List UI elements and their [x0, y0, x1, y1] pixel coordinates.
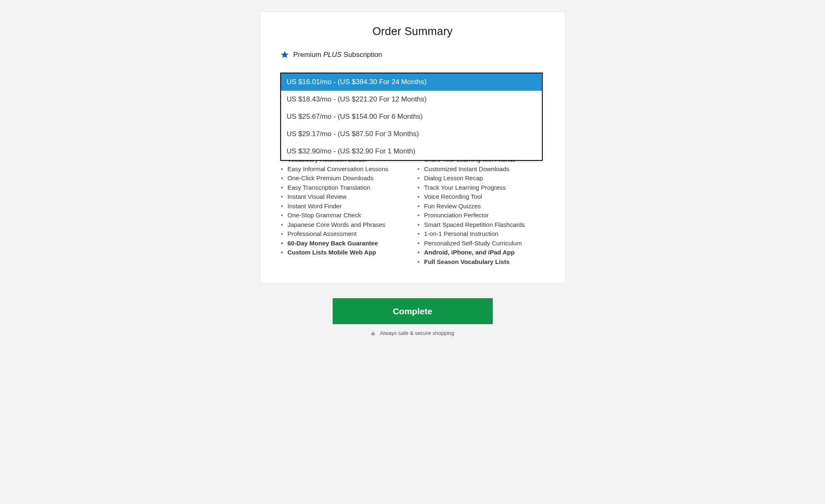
page-title: Order Summary [280, 25, 545, 38]
feature-item: Personalized Self-Study Curriculum [417, 239, 545, 248]
feature-item: Japanese Core Words and Phrases [280, 220, 409, 230]
feature-item: One-Click Premium Downloads [280, 174, 409, 183]
feature-item: Android, iPhone, and iPad App [417, 248, 545, 257]
lock-icon [371, 330, 376, 336]
feature-item: Instant Visual Review [280, 192, 409, 202]
secure-text: Always safe & secure shopping [380, 330, 454, 336]
subscription-suffix: Subscription [342, 51, 382, 59]
feature-item: 1-on-1 Personal Instruction [417, 229, 545, 239]
features-right-column: Share Your Learning with FriendsCustomiz… [417, 155, 545, 266]
feature-item: Dialog Lesson Recap [417, 174, 545, 183]
feature-item: Pronunciation Perfector [417, 211, 545, 220]
feature-item: Custom Lists Mobile Web App [280, 248, 409, 257]
plan-option-2[interactable]: US $25.67/mo - (US $154.00 For 6 Months) [281, 108, 542, 125]
feature-item: Easy Transcription Translation [280, 183, 409, 193]
feature-item: Customized Instant Downloads [417, 165, 545, 174]
feature-item: Full Season Vocabulary Lists [417, 257, 545, 267]
footer: Complete Always safe & secure shopping [260, 298, 565, 336]
subscription-prefix: Premium [293, 51, 324, 59]
feature-item: Track Your Learning Progress [417, 183, 545, 193]
plan-option-4[interactable]: US $32.90/mo - (US $32.90 For 1 Month) [281, 143, 542, 160]
plan-select-dropdown[interactable]: US $16.01/mo - (US $384.30 For 24 Months… [280, 73, 543, 161]
order-summary-card: Order Summary Premium PLUS Subscription … [260, 12, 565, 283]
features-left-column: Vocabulary Retention BuilderEasy Informa… [280, 155, 409, 266]
subscription-name: Premium PLUS Subscription [293, 51, 382, 59]
subscription-plus: PLUS [323, 51, 341, 59]
plan-option-3[interactable]: US $29.17/mo - (US $87.50 For 3 Months) [281, 125, 542, 143]
feature-item: Voice Recording Tool [417, 192, 545, 202]
feature-item: Instant Word Finder [280, 202, 409, 211]
complete-button[interactable]: Complete [333, 298, 493, 324]
feature-item: Smart Spaced Repetition Flashcards [417, 220, 545, 230]
feature-item: Professional Assessment [280, 229, 409, 239]
features-columns: Vocabulary Retention BuilderEasy Informa… [280, 155, 545, 266]
feature-item: Fun Review Quizzes [417, 202, 545, 211]
feature-item: 60-Day Money Back Guarantee [280, 239, 409, 248]
plan-option-1[interactable]: US $18.43/mo - (US $221.20 For 12 Months… [281, 91, 542, 108]
star-icon [280, 50, 289, 59]
plan-option-0[interactable]: US $16.01/mo - (US $384.30 For 24 Months… [281, 73, 542, 91]
feature-item: One-Stop Grammar Check [280, 211, 409, 220]
feature-item: Easy Informal Conversation Lessons [280, 165, 409, 174]
secure-row: Always safe & secure shopping [371, 330, 454, 336]
subscription-row: Premium PLUS Subscription [280, 50, 545, 59]
